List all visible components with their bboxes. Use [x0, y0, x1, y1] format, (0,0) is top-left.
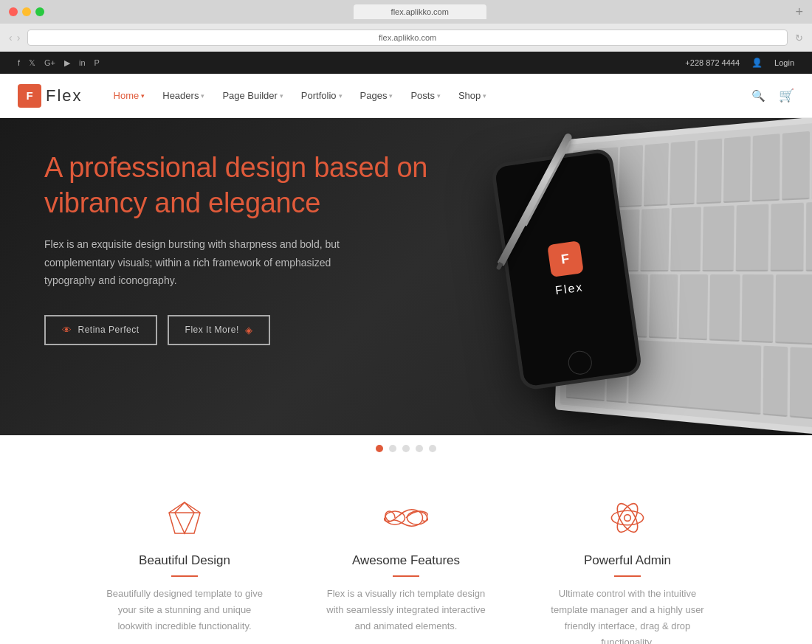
logo-text: Flex	[46, 86, 83, 105]
feature-2-desc: Flex is a visually rich template design …	[325, 586, 487, 634]
hero-section: F Flex A professional design based on vi…	[0, 118, 812, 435]
hero-content: A professional design based on vibrancy …	[0, 118, 812, 345]
infinity-icon	[384, 496, 428, 540]
nav-items: Home ▾ Headers ▾ Page Builder ▾ Portfoli…	[105, 74, 751, 118]
nav-posts-chevron: ▾	[437, 92, 441, 100]
user-icon: 👤	[751, 58, 763, 68]
feature-item-features: Awesome Features Flex is a visually rich…	[295, 488, 517, 644]
svg-point-5	[625, 515, 631, 522]
hero-subtitle: Flex is an exquisite design bursting wit…	[44, 235, 354, 290]
browser-titlebar: flex.aplikko.com +	[0, 0, 812, 24]
feature-3-underline	[614, 575, 641, 577]
feature-2-underline	[393, 575, 419, 577]
eye-icon: 👁	[62, 325, 72, 336]
cart-icon[interactable]: 🛒	[779, 88, 794, 103]
nav-item-pages[interactable]: Pages ▾	[351, 74, 402, 118]
twitter-icon[interactable]: 𝕏	[29, 58, 35, 68]
browser-tab[interactable]: flex.aplikko.com	[354, 4, 486, 19]
slider-dots	[0, 435, 812, 462]
flex-button-label: Flex It More!	[185, 325, 239, 335]
feature-1-underline	[171, 575, 198, 577]
slider-dot-5[interactable]	[429, 445, 436, 452]
feature-1-title: Beautiful Design	[103, 553, 266, 568]
browser-chrome: flex.aplikko.com + ‹ › flex.aplikko.com …	[0, 0, 812, 52]
slider-dot-3[interactable]	[402, 445, 410, 452]
login-link[interactable]: Login	[774, 58, 794, 67]
url-display: flex.aplikko.com	[379, 33, 436, 42]
google-plus-icon[interactable]: G+	[44, 58, 55, 67]
features-section: Beautiful Design Beautifully designed te…	[0, 462, 812, 644]
top-bar: f 𝕏 G+ ▶ in P +228 872 4444 👤 Login	[0, 52, 812, 74]
atom-icon	[605, 496, 650, 540]
new-tab-button[interactable]: +	[795, 5, 803, 18]
nav-pages-chevron: ▾	[389, 92, 393, 100]
nav-item-shop[interactable]: Shop ▾	[450, 74, 495, 118]
nav-headers-chevron: ▾	[201, 92, 204, 100]
phone-number: +228 872 4444	[685, 58, 740, 67]
hero-title: A professional design based on vibrancy …	[44, 150, 428, 221]
feature-1-desc: Beautifully designed template to give yo…	[103, 586, 266, 634]
dot-green[interactable]	[35, 7, 44, 16]
youtube-icon[interactable]: ▶	[64, 58, 70, 68]
nav-item-pagebuilder[interactable]: Page Builder ▾	[213, 74, 292, 118]
svg-point-6	[611, 510, 643, 524]
features-grid: Beautiful Design Beautifully designed te…	[74, 488, 738, 644]
nav-pagebuilder-label: Page Builder	[222, 90, 277, 101]
forward-button[interactable]: ›	[17, 32, 21, 44]
feature-3-title: Powerful Admin	[546, 553, 709, 568]
logo[interactable]: F Flex	[18, 84, 83, 108]
nav-pagebuilder-chevron: ▾	[280, 92, 283, 100]
svg-point-4	[407, 511, 427, 524]
feature-item-admin: Powerful Admin Ultimate control with the…	[517, 488, 738, 644]
slider-dot-2[interactable]	[389, 445, 396, 452]
main-nav: F Flex Home ▾ Headers ▾ Page Builder ▾ P…	[0, 74, 812, 118]
nav-shop-chevron: ▾	[483, 92, 486, 100]
nav-shop-label: Shop	[458, 90, 481, 101]
logo-icon: F	[18, 84, 41, 108]
feature-item-design: Beautiful Design Beautifully designed te…	[74, 488, 295, 644]
retina-button-label: Retina Perfect	[78, 325, 140, 335]
nav-portfolio-label: Portfolio	[301, 90, 337, 101]
feature-3-desc: Ultimate control with the intuitive temp…	[546, 586, 709, 644]
diamond-small-icon: ◈	[245, 325, 253, 336]
back-button[interactable]: ‹	[9, 32, 13, 44]
retina-perfect-button[interactable]: 👁 Retina Perfect	[44, 315, 157, 345]
pinterest-icon[interactable]: P	[94, 58, 100, 67]
nav-icons: 🔍 🛒	[751, 88, 794, 103]
slider-dot-1[interactable]	[376, 445, 383, 452]
address-bar[interactable]: flex.aplikko.com	[27, 30, 788, 46]
browser-dots	[9, 7, 44, 16]
hero-buttons: 👁 Retina Perfect Flex It More! ◈	[44, 315, 812, 345]
dot-yellow[interactable]	[22, 7, 31, 16]
nav-item-headers[interactable]: Headers ▾	[154, 74, 213, 118]
facebook-icon[interactable]: f	[18, 58, 20, 67]
flex-more-button[interactable]: Flex It More! ◈	[168, 315, 271, 345]
linkedin-icon[interactable]: in	[79, 58, 86, 67]
nav-posts-label: Posts	[410, 90, 435, 101]
nav-pages-label: Pages	[360, 90, 388, 101]
topbar-right: +228 872 4444 👤 Login	[685, 58, 794, 68]
feature-2-title: Awesome Features	[325, 553, 487, 568]
svg-marker-0	[169, 502, 200, 533]
diamond-icon	[162, 496, 207, 540]
slider-dot-4[interactable]	[416, 445, 423, 452]
nav-item-posts[interactable]: Posts ▾	[402, 74, 450, 118]
refresh-button[interactable]: ↻	[795, 32, 803, 44]
nav-home-label: Home	[114, 90, 140, 101]
nav-home-chevron: ▾	[141, 92, 145, 100]
nav-portfolio-chevron: ▾	[339, 92, 343, 100]
dot-red[interactable]	[9, 7, 18, 16]
nav-headers-label: Headers	[162, 90, 199, 101]
nav-item-home[interactable]: Home ▾	[105, 74, 154, 118]
search-icon[interactable]: 🔍	[751, 89, 765, 103]
social-icons: f 𝕏 G+ ▶ in P	[18, 58, 100, 68]
browser-addressbar: ‹ › flex.aplikko.com ↻	[0, 24, 812, 52]
nav-item-portfolio[interactable]: Portfolio ▾	[292, 74, 351, 118]
